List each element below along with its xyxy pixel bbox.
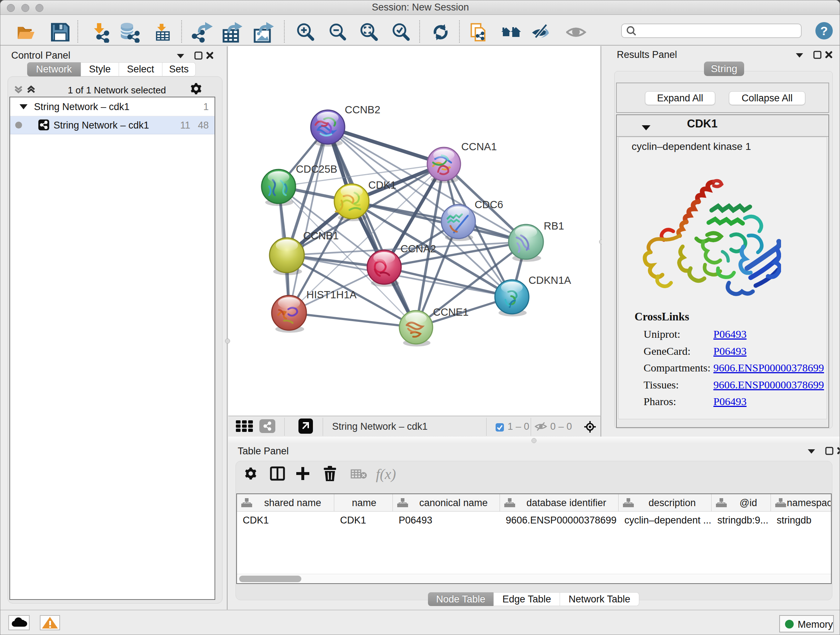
svg-text:CDK1: CDK1 <box>368 179 396 191</box>
svg-text:HIST1H1A: HIST1H1A <box>306 289 357 301</box>
svg-text:CCNA1: CCNA1 <box>461 141 497 152</box>
svg-text:CDC6: CDC6 <box>475 199 503 211</box>
svg-text:CCNB1: CCNB1 <box>303 230 339 241</box>
svg-text:CCNE1: CCNE1 <box>433 306 469 318</box>
svg-text:CCNA2: CCNA2 <box>401 243 436 255</box>
svg-text:RB1: RB1 <box>544 220 564 232</box>
svg-text:CDKN1A: CDKN1A <box>529 274 571 286</box>
svg-text:CDC25B: CDC25B <box>296 163 337 175</box>
svg-text:CCNB2: CCNB2 <box>345 104 380 116</box>
